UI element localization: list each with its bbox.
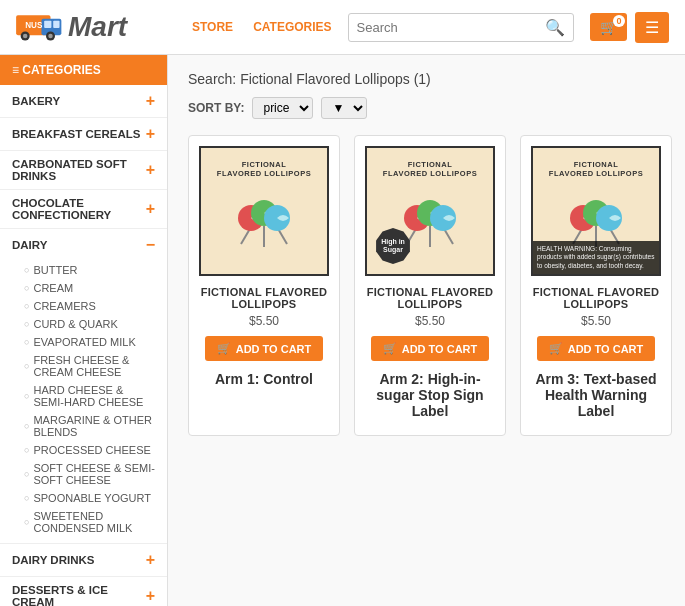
- logo[interactable]: NUS Mart: [16, 8, 176, 46]
- product-card-arm1: FICTIONALFLAVORED LOLLIPOPS: [188, 135, 340, 436]
- nav-store[interactable]: STORE: [192, 20, 233, 34]
- sidebar-header: ≡ CATEGORIES: [0, 55, 167, 85]
- svg-point-6: [23, 34, 28, 39]
- product-image-arm2: FICTIONALFLAVORED LOLLIPOPS: [365, 146, 495, 276]
- cart-icon-arm3: 🛒: [549, 342, 563, 355]
- sidebar-category-carbonated-soft-drinks: CARBONATED SOFT DRINKS +: [0, 151, 167, 190]
- page-layout: ≡ CATEGORIES BAKERY + BREAKFAST CEREALS …: [0, 55, 685, 606]
- lollipop-svg-arm1: [219, 182, 309, 262]
- cart-badge: 0: [613, 15, 625, 27]
- sidebar-subitem-evaporated-milk[interactable]: EVAPORATED MILK: [16, 333, 155, 351]
- sidebar-category-desserts: DESSERTS & ICE CREAM +: [0, 577, 167, 606]
- cart-button[interactable]: 🛒 0: [590, 13, 627, 41]
- arm-label-arm1: Arm 1: Control: [215, 371, 313, 387]
- header: NUS Mart STORE CATEGORIES 🔍 🛒 0 ☰: [0, 0, 685, 55]
- main-content: Search: Fictional Flavored Lollipops (1)…: [168, 55, 685, 606]
- logo-text: Mart: [68, 11, 127, 43]
- header-actions: 🛒 0 ☰: [590, 12, 669, 43]
- sidebar: ≡ CATEGORIES BAKERY + BREAKFAST CEREALS …: [0, 55, 168, 606]
- add-to-cart-arm3[interactable]: 🛒 ADD TO CART: [537, 336, 656, 361]
- nav-categories[interactable]: CATEGORIES: [253, 20, 331, 34]
- expand-icon: +: [146, 125, 155, 143]
- product-image-arm1: FICTIONALFLAVORED LOLLIPOPS: [199, 146, 329, 276]
- cart-icon-arm1: 🛒: [217, 342, 231, 355]
- expand-icon: +: [146, 92, 155, 110]
- lollipop-title-arm2: FICTIONALFLAVORED LOLLIPOPS: [383, 160, 477, 178]
- sidebar-subitem-creamers[interactable]: CREAMERS: [16, 297, 155, 315]
- svg-text:NUS: NUS: [25, 21, 43, 30]
- product-image-area-arm3: FICTIONALFLAVORED LOLLIPOPS: [531, 146, 661, 276]
- product-card-arm2: FICTIONALFLAVORED LOLLIPOPS: [354, 135, 506, 436]
- logo-truck-icon: NUS: [16, 8, 66, 46]
- sidebar-item-breakfast-cereals[interactable]: BREAKFAST CEREALS +: [0, 118, 167, 150]
- health-warning-overlay-arm3: HEALTH WARNING: Consuming products with …: [533, 241, 659, 274]
- sidebar-subitem-cream[interactable]: CREAM: [16, 279, 155, 297]
- svg-point-8: [48, 34, 53, 39]
- product-name-arm1: FICTIONAL FLAVORED LOLLIPOPS: [199, 286, 329, 310]
- sidebar-category-dairy: DAIRY − BUTTER CREAM CREAMERS CURD & QUA…: [0, 229, 167, 544]
- product-image-area-arm1: FICTIONALFLAVORED LOLLIPOPS: [199, 146, 329, 276]
- sidebar-category-dairy-drinks: DAIRY DRINKS +: [0, 544, 167, 577]
- arm-label-arm2: Arm 2: High-in-sugar Stop Sign Label: [365, 371, 495, 419]
- sidebar-subitem-butter[interactable]: BUTTER: [16, 261, 155, 279]
- sidebar-subitem-spoonable-yogurt[interactable]: SPOONABLE YOGURT: [16, 489, 155, 507]
- product-grid: FICTIONALFLAVORED LOLLIPOPS: [188, 135, 672, 436]
- sidebar-category-chocolate-confectionery: CHOCOLATE CONFECTIONERY +: [0, 190, 167, 229]
- search-results-header: Search: Fictional Flavored Lollipops (1): [188, 71, 672, 87]
- sort-bar: SORT BY: price ▼ ▲: [188, 97, 672, 119]
- sidebar-subitem-hard-cheese[interactable]: HARD CHEESE & SEMI-HARD CHEESE: [16, 381, 155, 411]
- expand-icon: +: [146, 551, 155, 569]
- sort-select[interactable]: price: [252, 97, 313, 119]
- sidebar-subitem-processed-cheese[interactable]: PROCESSED CHEESE: [16, 441, 155, 459]
- expand-icon: +: [146, 161, 155, 179]
- product-image-area-arm2: FICTIONALFLAVORED LOLLIPOPS: [365, 146, 495, 276]
- expand-icon: +: [146, 200, 155, 218]
- product-price-arm1: $5.50: [249, 314, 279, 328]
- product-name-arm3: FICTIONAL FLAVORED LOLLIPOPS: [531, 286, 661, 310]
- arm-label-arm3: Arm 3: Text-based Health Warning Label: [531, 371, 661, 419]
- add-to-cart-arm2[interactable]: 🛒 ADD TO CART: [371, 336, 490, 361]
- sort-order-select[interactable]: ▼ ▲: [321, 97, 367, 119]
- search-button[interactable]: 🔍: [545, 18, 565, 37]
- menu-button[interactable]: ☰: [635, 12, 669, 43]
- product-card-arm3: FICTIONALFLAVORED LOLLIPOPS: [520, 135, 672, 436]
- sidebar-subitem-curd-quark[interactable]: CURD & QUARK: [16, 315, 155, 333]
- sidebar-item-dairy-drinks[interactable]: DAIRY DRINKS +: [0, 544, 167, 576]
- product-price-arm2: $5.50: [415, 314, 445, 328]
- product-price-arm3: $5.50: [581, 314, 611, 328]
- sidebar-item-carbonated-soft-drinks[interactable]: CARBONATED SOFT DRINKS +: [0, 151, 167, 189]
- sidebar-category-breakfast-cereals: BREAKFAST CEREALS +: [0, 118, 167, 151]
- collapse-icon: −: [146, 236, 155, 254]
- sort-label: SORT BY:: [188, 101, 244, 115]
- sidebar-category-bakery: BAKERY +: [0, 85, 167, 118]
- lollipop-title-arm1: FICTIONALFLAVORED LOLLIPOPS: [217, 160, 311, 178]
- product-image-arm3: FICTIONALFLAVORED LOLLIPOPS: [531, 146, 661, 276]
- dairy-submenu: BUTTER CREAM CREAMERS CURD & QUARK EVAPO…: [0, 261, 167, 543]
- nav-links: STORE CATEGORIES: [192, 20, 332, 34]
- sidebar-item-chocolate-confectionery[interactable]: CHOCOLATE CONFECTIONERY +: [0, 190, 167, 228]
- sidebar-subitem-margarine[interactable]: MARGARINE & OTHER BLENDS: [16, 411, 155, 441]
- sidebar-item-dairy[interactable]: DAIRY −: [0, 229, 167, 261]
- sidebar-subitem-sweetened-condensed-milk[interactable]: SWEETENED CONDENSED MILK: [16, 507, 155, 537]
- sidebar-subitem-fresh-cheese[interactable]: FRESH CHEESE & CREAM CHEESE: [16, 351, 155, 381]
- sidebar-item-bakery[interactable]: BAKERY +: [0, 85, 167, 117]
- cart-icon-arm2: 🛒: [383, 342, 397, 355]
- sidebar-item-desserts[interactable]: DESSERTS & ICE CREAM +: [0, 577, 167, 606]
- search-input[interactable]: [357, 20, 545, 35]
- search-bar[interactable]: 🔍: [348, 13, 574, 42]
- sidebar-subitem-soft-cheese[interactable]: SOFT CHEESE & SEMI-SOFT CHEESE: [16, 459, 155, 489]
- svg-rect-2: [44, 21, 51, 28]
- lollipop-title-arm3: FICTIONALFLAVORED LOLLIPOPS: [549, 160, 643, 178]
- product-name-arm2: FICTIONAL FLAVORED LOLLIPOPS: [365, 286, 495, 310]
- expand-icon: +: [146, 587, 155, 605]
- svg-rect-3: [53, 21, 59, 28]
- add-to-cart-arm1[interactable]: 🛒 ADD TO CART: [205, 336, 324, 361]
